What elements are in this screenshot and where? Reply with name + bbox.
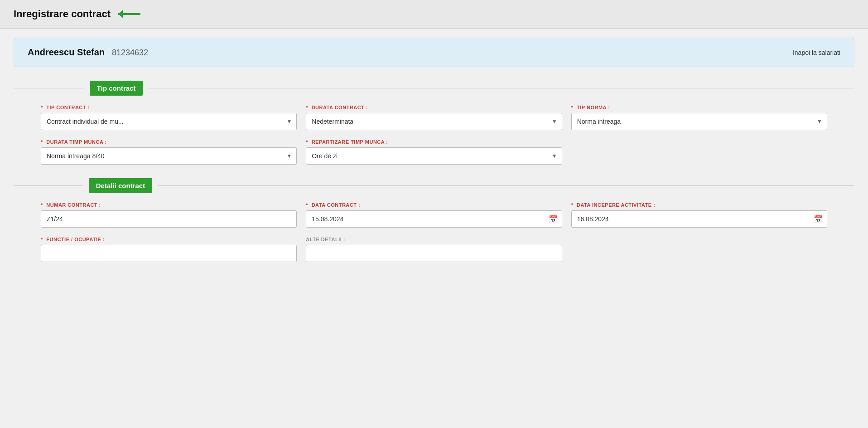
- input-alte-detalii[interactable]: [306, 245, 562, 262]
- field-group-durata-timp-munca: * DURATA TIMP MUNCA : Norma intreaga 8/4…: [41, 139, 297, 165]
- section-label-detalii-contract: Detalii contract: [89, 178, 152, 193]
- section-tip-contract: Tip contract * TIP CONTRACT : Contract i…: [14, 81, 854, 165]
- label-numar-contract: * NUMAR CONTRACT :: [41, 202, 297, 208]
- field-group-empty-2: [571, 237, 827, 262]
- label-tip-contract: * TIP CONTRACT :: [41, 105, 297, 110]
- input-data-contract[interactable]: [306, 210, 562, 228]
- svg-marker-1: [119, 10, 123, 19]
- label-alte-detalii: ALTE DETALII :: [306, 237, 562, 242]
- required-star-rtm: *: [306, 139, 308, 145]
- fields-row-detalii-2: * FUNCTIE / OCUPATIE : ALTE DETALII :: [14, 237, 854, 262]
- back-to-employees-link[interactable]: Inapoi la salariati: [793, 49, 840, 56]
- label-repartizare-timp-munca: * REPARTIZARE TIMP MUNCA :: [306, 139, 562, 145]
- select-wrapper-durata-contract[interactable]: Nedeterminata Determinata ▼: [306, 113, 562, 130]
- field-group-functie-ocupatie: * FUNCTIE / OCUPATIE :: [41, 237, 297, 262]
- label-tip-norma: * TIP NORMA :: [571, 105, 827, 110]
- field-group-data-incepere: * DATA INCEPERE ACTIVITATE : 📅: [571, 202, 827, 228]
- field-group-numar-contract: * NUMAR CONTRACT :: [41, 202, 297, 228]
- section-header-row-detalii: Detalii contract: [14, 178, 854, 193]
- input-functie-ocupatie[interactable]: [41, 245, 297, 262]
- required-star-durata: *: [306, 105, 308, 110]
- data-incepere-wrapper: 📅: [571, 210, 827, 228]
- field-group-alte-detalii: ALTE DETALII :: [306, 237, 562, 262]
- section-line-left: [14, 88, 84, 88]
- field-group-data-contract: * DATA CONTRACT : 📅: [306, 202, 562, 228]
- label-data-incepere: * DATA INCEPERE ACTIVITATE :: [571, 202, 827, 208]
- required-star-dtm: *: [41, 139, 43, 145]
- select-durata-contract[interactable]: Nedeterminata Determinata: [306, 113, 561, 130]
- select-tip-contract[interactable]: Contract individual de mu... Contract de…: [41, 113, 296, 130]
- label-durata-timp-munca: * DURATA TIMP MUNCA :: [41, 139, 297, 145]
- input-numar-contract[interactable]: [41, 210, 297, 228]
- page-title: Inregistrare contract: [14, 8, 111, 20]
- required-star-fo: *: [41, 237, 43, 242]
- content-area: Andreescu Stefan 81234632 Inapoi la sala…: [0, 29, 868, 285]
- fields-row-detalii-1: * NUMAR CONTRACT : * DATA CONTRACT : 📅 *: [14, 202, 854, 228]
- select-tip-norma[interactable]: Norma intreaga Timp partial: [572, 113, 827, 130]
- input-data-incepere[interactable]: [571, 210, 827, 228]
- employee-name: Andreescu Stefan: [28, 47, 105, 57]
- required-star-tip: *: [41, 105, 43, 110]
- field-group-empty: [571, 139, 827, 165]
- select-wrapper-repartizare-timp-munca[interactable]: Ore de zi Ture Schimburi ▼: [306, 147, 562, 165]
- select-wrapper-tip-contract[interactable]: Contract individual de mu... Contract de…: [41, 113, 297, 130]
- field-group-tip-contract: * TIP CONTRACT : Contract individual de …: [41, 105, 297, 130]
- field-group-repartizare-timp-munca: * REPARTIZARE TIMP MUNCA : Ore de zi Tur…: [306, 139, 562, 165]
- label-data-contract: * DATA CONTRACT :: [306, 202, 562, 208]
- section-header-row-tip: Tip contract: [14, 81, 854, 96]
- select-wrapper-durata-timp-munca[interactable]: Norma intreaga 8/40 Timp partial 4/20 ▼: [41, 147, 297, 165]
- section-label-tip-contract: Tip contract: [90, 81, 143, 96]
- fields-row-1: * TIP CONTRACT : Contract individual de …: [14, 105, 854, 130]
- select-wrapper-tip-norma[interactable]: Norma intreaga Timp partial ▼: [571, 113, 827, 130]
- required-star-nc: *: [41, 202, 43, 208]
- employee-info: Andreescu Stefan 81234632: [28, 47, 148, 58]
- section-line-right-2: [158, 185, 854, 186]
- back-arrow-icon[interactable]: [118, 9, 140, 19]
- required-star-dc: *: [306, 202, 308, 208]
- section-detalii-contract: Detalii contract * NUMAR CONTRACT : * DA…: [14, 178, 854, 262]
- field-group-durata-contract: * DURATA CONTRACT : Nedeterminata Determ…: [306, 105, 562, 130]
- required-star-norma: *: [571, 105, 574, 110]
- section-line-right: [148, 88, 854, 88]
- fields-row-2: * DURATA TIMP MUNCA : Norma intreaga 8/4…: [14, 139, 854, 165]
- required-star-di: *: [571, 202, 574, 208]
- page-header: Inregistrare contract: [0, 0, 868, 29]
- select-repartizare-timp-munca[interactable]: Ore de zi Ture Schimburi: [306, 148, 561, 164]
- label-functie-ocupatie: * FUNCTIE / OCUPATIE :: [41, 237, 297, 242]
- select-durata-timp-munca[interactable]: Norma intreaga 8/40 Timp partial 4/20: [41, 148, 296, 164]
- field-group-tip-norma: * TIP NORMA : Norma intreaga Timp partia…: [571, 105, 827, 130]
- employee-id: 81234632: [112, 48, 148, 57]
- data-contract-wrapper: 📅: [306, 210, 562, 228]
- section-line-left-2: [14, 185, 83, 186]
- label-durata-contract: * DURATA CONTRACT :: [306, 105, 562, 110]
- employee-banner: Andreescu Stefan 81234632 Inapoi la sala…: [14, 38, 854, 67]
